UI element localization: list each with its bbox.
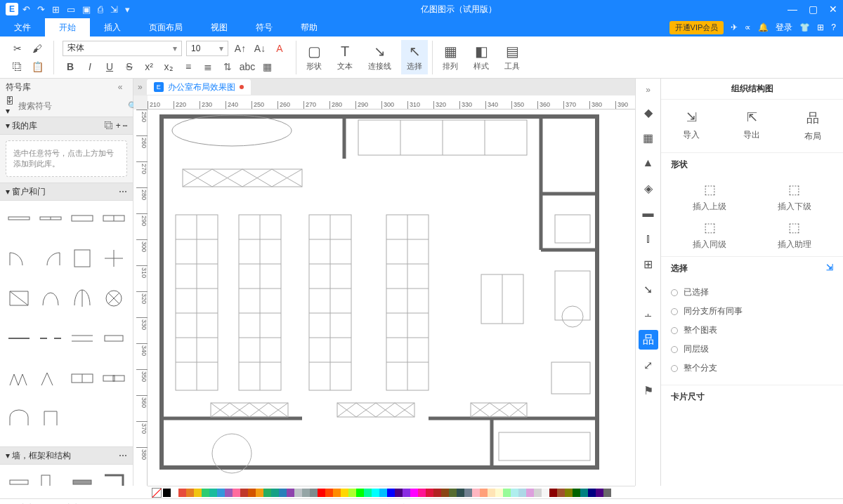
send-icon[interactable]: ✈ bbox=[731, 22, 738, 32]
shape-revolving[interactable] bbox=[100, 285, 129, 312]
style-button[interactable]: ◧样式 bbox=[468, 40, 495, 74]
layout-button[interactable]: 品布局 bbox=[804, 110, 821, 142]
shape-sliding-1[interactable] bbox=[68, 365, 97, 392]
canvas[interactable] bbox=[148, 110, 635, 486]
color-swatch[interactable] bbox=[534, 489, 542, 497]
library-dropdown-icon[interactable]: 🗄▾ bbox=[6, 96, 14, 116]
insert-assistant[interactable]: ⬚插入助理 bbox=[756, 220, 834, 251]
color-swatch[interactable] bbox=[202, 489, 209, 497]
linespace-icon[interactable]: ⇅ bbox=[220, 59, 235, 74]
color-swatch[interactable] bbox=[549, 489, 557, 497]
font-select[interactable]: 宋体▾ bbox=[63, 41, 182, 56]
search-input[interactable] bbox=[18, 101, 124, 111]
shape-opening-1[interactable] bbox=[4, 325, 33, 352]
color-swatch[interactable] bbox=[171, 489, 178, 497]
insert-peer[interactable]: ⬚插入同级 bbox=[671, 220, 749, 251]
color-swatch[interactable] bbox=[209, 489, 217, 497]
shape-door-4[interactable] bbox=[100, 245, 129, 272]
walls-header[interactable]: ▾ 墙，框架和结构 ⋯ bbox=[0, 446, 133, 465]
print-icon[interactable]: ⎙ bbox=[98, 4, 103, 15]
color-swatch[interactable] bbox=[310, 489, 318, 497]
color-swatch[interactable] bbox=[573, 489, 580, 497]
wall-shape-1[interactable] bbox=[4, 469, 33, 486]
undo-icon[interactable]: ↶ bbox=[22, 4, 30, 15]
color-swatch[interactable] bbox=[256, 489, 263, 497]
color-swatch[interactable] bbox=[348, 489, 356, 497]
login-link[interactable]: 登录 bbox=[776, 22, 792, 34]
theme-icon[interactable]: 👕 bbox=[799, 22, 810, 32]
color-swatch[interactable] bbox=[418, 489, 426, 497]
color-swatch[interactable] bbox=[233, 489, 240, 497]
lib-menu-icon[interactable]: ⋯ bbox=[123, 121, 127, 131]
color-swatch[interactable] bbox=[294, 489, 302, 497]
color-swatch[interactable] bbox=[333, 489, 341, 497]
color-swatch[interactable] bbox=[178, 489, 186, 497]
apps-icon[interactable]: ⊞ bbox=[817, 22, 824, 32]
tool-flag[interactable]: ⚑ bbox=[639, 380, 658, 400]
tab-home[interactable]: 开始 bbox=[45, 18, 90, 37]
doc-tab[interactable]: E 办公室布局效果图 bbox=[147, 79, 251, 95]
tab-symbol[interactable]: 符号 bbox=[242, 18, 287, 37]
wall-shape-3[interactable] bbox=[68, 469, 97, 486]
insert-superior[interactable]: ⬚插入上级 bbox=[671, 182, 749, 213]
color-swatch[interactable] bbox=[240, 489, 248, 497]
tab-insert[interactable]: 插入 bbox=[90, 18, 135, 37]
shape-bifold-1[interactable] bbox=[4, 365, 33, 392]
bold-icon[interactable]: B bbox=[63, 59, 78, 74]
select-opt-1[interactable]: 同分支所有同事 bbox=[671, 302, 833, 321]
size-select[interactable]: 10▾ bbox=[186, 41, 228, 56]
shape-opening-4[interactable] bbox=[100, 325, 129, 352]
decrease-font-icon[interactable]: A↓ bbox=[252, 41, 268, 56]
color-swatch[interactable] bbox=[488, 489, 495, 497]
color-swatch[interactable] bbox=[248, 489, 256, 497]
tool-chart[interactable]: ⫿ bbox=[639, 229, 658, 248]
copy-icon[interactable]: ⿻ bbox=[10, 59, 25, 74]
wall-shape-2[interactable] bbox=[36, 469, 65, 486]
open-icon[interactable]: ▭ bbox=[67, 4, 75, 15]
expand-right-icon[interactable]: » bbox=[138, 82, 143, 92]
strike-icon[interactable]: S bbox=[122, 59, 137, 74]
font-color-icon[interactable]: A bbox=[272, 41, 287, 56]
tab-file[interactable]: 文件 bbox=[0, 18, 45, 37]
color-swatch[interactable] bbox=[518, 489, 526, 497]
select-button[interactable]: ↖选择 bbox=[401, 40, 428, 74]
save-icon[interactable]: ▣ bbox=[82, 4, 91, 15]
insert-subordinate[interactable]: ⬚插入下级 bbox=[756, 182, 834, 213]
close-icon[interactable]: ✕ bbox=[829, 4, 837, 15]
color-swatch[interactable] bbox=[557, 489, 565, 497]
color-swatch[interactable] bbox=[480, 489, 488, 497]
section-menu-icon-2[interactable]: ⋯ bbox=[119, 451, 127, 460]
color-swatch[interactable] bbox=[565, 489, 573, 497]
color-swatch[interactable] bbox=[217, 489, 225, 497]
select-opt-3[interactable]: 同层级 bbox=[671, 340, 833, 359]
qat-more-icon[interactable]: ▾ bbox=[125, 4, 130, 15]
color-swatch[interactable] bbox=[163, 489, 171, 497]
wall-shape-4[interactable] bbox=[100, 469, 129, 486]
tab-pagelayout[interactable]: 页面布局 bbox=[135, 18, 197, 37]
arrange-button[interactable]: ▦排列 bbox=[437, 40, 464, 74]
new-icon[interactable]: ⊞ bbox=[52, 4, 60, 15]
no-color-icon[interactable] bbox=[152, 488, 162, 498]
underline-icon[interactable]: U bbox=[102, 59, 117, 74]
color-swatch[interactable] bbox=[457, 489, 464, 497]
help-icon[interactable]: ? bbox=[831, 22, 836, 32]
select-opt-0[interactable]: 已选择 bbox=[671, 283, 833, 302]
collapse-left-icon[interactable]: « bbox=[113, 82, 127, 92]
tool-table[interactable]: ⊞ bbox=[639, 254, 658, 274]
shape-bifold-2[interactable] bbox=[36, 365, 65, 392]
shape-window-3[interactable] bbox=[68, 205, 97, 232]
section-menu-icon[interactable]: ⋯ bbox=[119, 187, 127, 197]
color-swatch[interactable] bbox=[495, 489, 503, 497]
minimize-icon[interactable]: — bbox=[788, 4, 797, 15]
connector-button[interactable]: ↘连接线 bbox=[362, 40, 397, 74]
shape-door-1[interactable] bbox=[4, 245, 33, 272]
bell-icon[interactable]: 🔔 bbox=[758, 22, 769, 32]
shape-arch-1[interactable] bbox=[4, 405, 33, 432]
tool-org[interactable]: 品 bbox=[639, 330, 658, 350]
import-button[interactable]: ⇲导入 bbox=[683, 110, 700, 142]
export-button[interactable]: ⇱导出 bbox=[743, 110, 760, 142]
abc-icon[interactable]: abc bbox=[240, 59, 255, 74]
color-swatch[interactable] bbox=[426, 489, 433, 497]
color-swatch[interactable] bbox=[403, 489, 410, 497]
color-swatch[interactable] bbox=[410, 489, 418, 497]
